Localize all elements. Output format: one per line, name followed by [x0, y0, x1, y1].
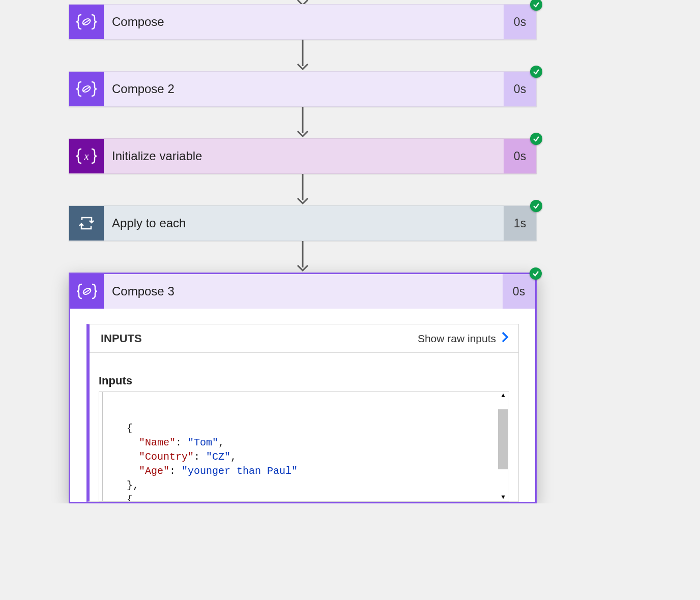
- show-raw-inputs-link[interactable]: Show raw inputs: [418, 332, 509, 345]
- step-title: Apply to each: [104, 206, 504, 241]
- success-check-icon: [530, 133, 542, 145]
- step-apply-to-each[interactable]: Apply to each 1s: [69, 205, 537, 241]
- braces-pencil-icon: [69, 72, 104, 106]
- success-check-icon: [530, 66, 542, 78]
- inputs-panel: INPUTS Show raw inputs Inputs { "Name": …: [86, 324, 519, 502]
- braces-pencil-icon: [70, 274, 104, 309]
- svg-text:x: x: [84, 151, 89, 162]
- step-duration: 0s: [503, 274, 535, 309]
- inputs-json-viewer[interactable]: { "Name": "Tom", "Country": "CZ", "Age":…: [99, 392, 509, 501]
- step-header[interactable]: Compose 3 0s: [70, 274, 535, 309]
- step-title: Compose 2: [104, 72, 504, 106]
- flow-arrow: [69, 40, 537, 71]
- inputs-panel-title: INPUTS: [101, 332, 142, 345]
- flow-arrow: [69, 174, 537, 205]
- success-check-icon: [530, 200, 542, 212]
- step-compose-3-expanded[interactable]: Compose 3 0s INPUTS Show raw inputs I: [69, 273, 537, 503]
- step-title: Initialize variable: [104, 139, 504, 173]
- show-raw-inputs-label: Show raw inputs: [418, 333, 496, 345]
- step-title: Compose: [104, 5, 504, 39]
- loop-arrows-icon: [69, 206, 104, 241]
- inputs-subtitle: Inputs: [99, 374, 509, 387]
- step-compose-2[interactable]: Compose 2 0s: [69, 71, 537, 107]
- step-duration: 0s: [504, 72, 536, 106]
- flow-arrow: [69, 0, 537, 4]
- scroll-up-icon[interactable]: ▲: [498, 392, 508, 399]
- flow-arrow: [69, 241, 537, 273]
- success-check-icon: [530, 267, 542, 280]
- braces-x-icon: x: [69, 139, 104, 173]
- step-initialize-variable[interactable]: x Initialize variable 0s: [69, 138, 537, 174]
- chevron-right-icon: [501, 332, 509, 345]
- success-check-icon: [530, 0, 542, 11]
- step-duration: 1s: [504, 206, 536, 241]
- step-title: Compose 3: [104, 274, 503, 309]
- flow-arrow: [69, 107, 537, 138]
- step-duration: 0s: [504, 139, 536, 173]
- step-compose[interactable]: Compose 0s: [69, 4, 537, 40]
- braces-pencil-icon: [69, 5, 104, 39]
- step-duration: 0s: [504, 5, 536, 39]
- scrollbar-thumb[interactable]: [498, 409, 508, 469]
- scroll-down-icon[interactable]: ▼: [498, 494, 508, 501]
- scrollbar[interactable]: ▲ ▼: [498, 392, 508, 501]
